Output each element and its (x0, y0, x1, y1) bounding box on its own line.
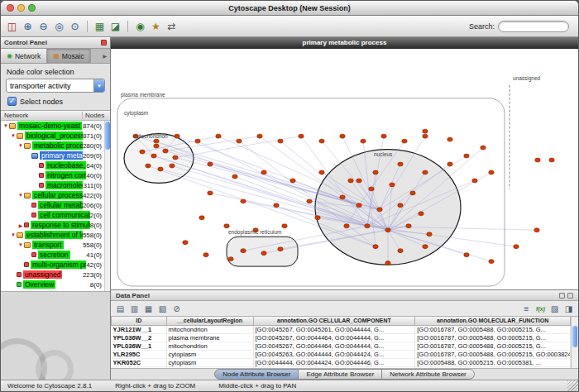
graph-node[interactable] (447, 162, 452, 166)
tree-row[interactable]: Overview8(0) (1, 280, 110, 289)
graph-node[interactable] (199, 216, 204, 220)
graph-node[interactable] (158, 167, 163, 171)
graph-node[interactable] (241, 199, 246, 203)
column-header[interactable]: annotation.GO CELLULAR_COMPONENT (253, 317, 415, 325)
expander-icon[interactable]: ▼ (10, 133, 17, 138)
panel-hide-icon[interactable] (567, 293, 573, 299)
maximize-button[interactable] (28, 4, 36, 12)
tree-scroll-thumb[interactable] (105, 122, 110, 150)
graph-node[interactable] (410, 191, 415, 195)
tree-row[interactable]: ▼cellular process422(0) (1, 190, 110, 200)
graph-node[interactable] (377, 208, 382, 212)
tree-row[interactable]: multi-organism process42(0) (1, 260, 110, 270)
import-network-icon[interactable]: ◫ (5, 19, 19, 33)
graph-node[interactable] (481, 146, 486, 150)
graph-node[interactable] (257, 134, 262, 138)
tree-row[interactable]: nucleobase, nucleoside, n64(0) (1, 160, 110, 170)
tree-row[interactable]: cellular metabolic proce206(0) (1, 200, 110, 210)
tree-row[interactable]: macromolecule metaboli311(0) (1, 180, 110, 190)
graph-node[interactable] (319, 139, 324, 143)
graph-node[interactable] (381, 134, 386, 138)
graph-node[interactable] (290, 179, 295, 183)
graph-node[interactable] (151, 154, 156, 158)
graph-node[interactable] (514, 245, 519, 249)
graph-node[interactable] (423, 245, 428, 249)
panel-close-icon[interactable] (101, 40, 107, 45)
graph-node[interactable] (278, 247, 283, 251)
tab-node-attribute-browser[interactable]: Node Attribute Browser (214, 369, 299, 380)
unselect-attributes-icon[interactable]: ▥ (128, 303, 141, 314)
table-scroll-thumb[interactable] (572, 326, 577, 347)
table-scrollbar[interactable] (571, 317, 578, 368)
graph-node[interactable] (173, 155, 178, 160)
tree-row[interactable]: cell communication2(0) (1, 210, 110, 220)
tab-mosaic[interactable]: ▦ Mosaic (47, 49, 91, 63)
graph-node[interactable] (274, 203, 279, 208)
select-attributes-icon[interactable]: ▤ (114, 303, 127, 314)
graph-node[interactable] (282, 224, 287, 228)
network-window-title[interactable]: primary metabolic process (111, 37, 578, 49)
graph-node[interactable] (216, 134, 221, 138)
graph-node[interactable] (365, 224, 370, 228)
graph-node[interactable] (146, 164, 151, 168)
vizmapper-icon[interactable]: ★ (149, 19, 163, 33)
graph-node[interactable] (402, 139, 407, 143)
function-builder-icon[interactable]: f(x) (534, 303, 547, 314)
zoom-selected-icon[interactable]: ◎ (52, 19, 66, 33)
clear-attribute-icon[interactable]: ⊘ (170, 303, 183, 314)
attribute-list-icon[interactable]: ≡ (520, 303, 533, 314)
graph-node[interactable] (427, 232, 432, 237)
close-button[interactable] (7, 4, 14, 12)
zoom-in-icon[interactable]: ⊕ (21, 19, 35, 33)
color-attribute-select[interactable]: transporter activity ▾ (6, 79, 105, 93)
graph-node[interactable] (154, 139, 159, 143)
column-header[interactable]: ID (112, 317, 167, 325)
graph-node[interactable] (208, 191, 213, 195)
graph-node[interactable] (356, 179, 361, 183)
show-all-icon[interactable]: ▦ (93, 19, 107, 33)
resize-grip[interactable] (567, 380, 578, 391)
graph-node[interactable] (315, 216, 320, 220)
graph-node[interactable] (195, 139, 200, 143)
table-row[interactable]: YLR295Ccytoplasm[GO:0045263, GO:0044444,… (112, 350, 571, 358)
graph-node[interactable] (373, 170, 378, 174)
graph-node[interactable] (340, 134, 345, 138)
tab-scroll-right-icon[interactable]: ▶ (99, 49, 110, 63)
graph-node[interactable] (344, 224, 349, 228)
expander-icon[interactable]: ▼ (17, 143, 24, 148)
graph-node[interactable] (261, 170, 266, 174)
graph-node[interactable] (406, 224, 411, 228)
graph-node[interactable] (447, 137, 452, 141)
zoom-out-icon[interactable]: ⊖ (36, 19, 50, 33)
graph-node[interactable] (183, 241, 188, 245)
graph-node[interactable] (385, 261, 390, 265)
graph-node[interactable] (423, 170, 428, 174)
tab-edge-attribute-browser[interactable]: Edge Attribute Browser (298, 369, 382, 380)
minimize-button[interactable] (17, 4, 25, 12)
tree-row[interactable]: unassigned223(0) (1, 270, 110, 280)
graph-node[interactable] (398, 162, 403, 166)
open-attribute-file-icon[interactable]: ◨ (562, 303, 575, 314)
graph-node[interactable] (163, 149, 168, 153)
graph-node[interactable] (398, 203, 403, 208)
table-row[interactable]: YPL036W__1mitochondrion[GO:0045267, GO:0… (112, 342, 571, 350)
import-attributes-icon[interactable]: ▨ (548, 303, 561, 314)
zoom-fit-icon[interactable]: ⊙ (68, 19, 82, 33)
tree-scrollbar[interactable] (104, 121, 110, 291)
delete-attribute-icon[interactable]: ▧ (156, 303, 169, 314)
graph-node[interactable] (423, 134, 428, 138)
graph-node[interactable] (140, 150, 145, 154)
graph-node[interactable] (464, 154, 469, 158)
graph-node[interactable] (237, 139, 242, 143)
graph-node[interactable] (534, 228, 539, 232)
table-row[interactable]: YJR121W__1mitochondrion[GO:0045267, GO:0… (112, 325, 571, 333)
graph-node[interactable] (154, 144, 159, 148)
tree-row[interactable]: ▼metabolic process280(0) (1, 141, 110, 151)
network-canvas[interactable]: plasma membranecytoplasmmitochondrionnuc… (111, 49, 578, 289)
graph-node[interactable] (390, 183, 395, 187)
annotation-icon[interactable]: ◉ (133, 19, 147, 33)
hide-selected-icon[interactable]: ◪ (108, 19, 122, 33)
expander-icon[interactable]: ▶ (17, 222, 24, 228)
tree-row[interactable]: ▶response to stimulus8(0) (1, 220, 110, 230)
graph-node[interactable] (361, 139, 366, 143)
